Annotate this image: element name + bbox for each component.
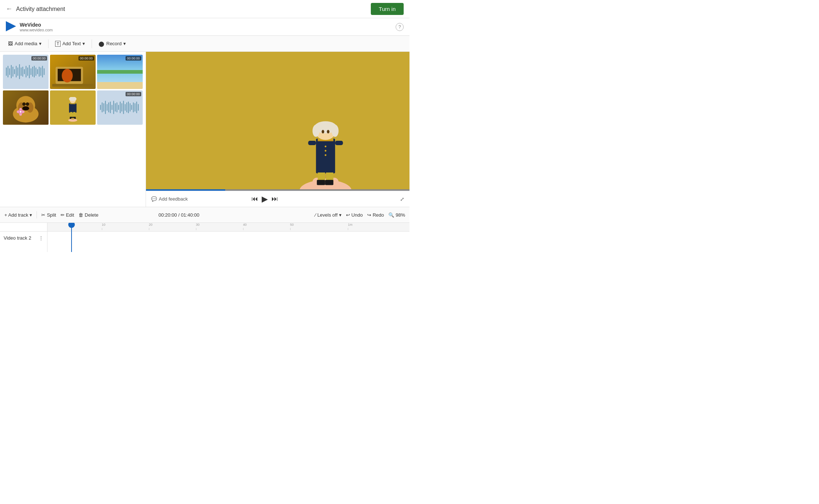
svg-rect-24 [44, 69, 45, 75]
svg-point-33 [22, 102, 26, 106]
add-track-button[interactable]: + Add track ▾ [4, 212, 32, 218]
svg-rect-88 [317, 180, 325, 185]
svg-rect-55 [105, 101, 106, 114]
track-content: 10 20 30 40 50 1m [47, 223, 410, 252]
edit-icon: ✏ [61, 212, 65, 218]
svg-point-37 [19, 108, 22, 111]
back-icon[interactable]: ← [6, 5, 12, 13]
record-label: Record [106, 41, 122, 46]
skip-forward-button[interactable]: ⏭ [272, 195, 278, 203]
add-media-button[interactable]: 🖼 Add media ▾ [4, 39, 45, 48]
svg-rect-6 [14, 69, 15, 74]
audio-wave-icon [5, 63, 46, 80]
svg-point-28 [62, 69, 73, 82]
add-track-label: + Add track [4, 212, 28, 218]
svg-rect-96 [308, 141, 316, 145]
svg-rect-52 [100, 105, 101, 110]
svg-rect-54 [104, 103, 104, 112]
svg-rect-53 [102, 102, 103, 112]
svg-rect-12 [24, 69, 25, 74]
timeline-right-controls: ∕ Levels off ▾ ↩ Undo ↪ Redo 🔍 98% [315, 212, 405, 218]
media-thumb-beach[interactable]: 00:00:00 [97, 55, 143, 89]
zoom-label: 98% [396, 212, 405, 218]
track-2-menu-icon[interactable]: ⋮ [39, 235, 43, 241]
turn-in-button[interactable]: Turn in [371, 3, 404, 15]
feedback-label: Add feedback [159, 196, 188, 202]
svg-rect-68 [127, 102, 127, 112]
svg-rect-65 [122, 103, 122, 112]
delete-button[interactable]: 🗑 Delete [78, 212, 99, 218]
skip-back-button[interactable]: ⏮ [251, 195, 258, 203]
add-media-icon: 🖼 [8, 41, 13, 46]
media-time-laptop: 00:00:00 [78, 56, 94, 61]
svg-point-40 [22, 111, 24, 113]
expand-button[interactable]: ⤢ [400, 196, 404, 202]
svg-rect-72 [133, 102, 134, 112]
wevideo-info: WeVideo www.wevideo.com [20, 22, 53, 32]
media-thumb-figurine[interactable] [50, 90, 96, 125]
editor-toolbar: 🖼 Add media ▾ T Add Text ▾ ⬤ Record ▾ [0, 36, 410, 52]
svg-rect-97 [335, 141, 343, 145]
svg-rect-56 [107, 104, 108, 111]
redo-button[interactable]: ↪ Redo [367, 212, 384, 218]
svg-rect-51 [71, 118, 74, 119]
add-text-icon: T [55, 41, 61, 47]
svg-point-93 [332, 125, 339, 137]
svg-rect-18 [34, 66, 35, 78]
ruler-mark-40: 40 [243, 223, 247, 226]
play-button[interactable]: ▶ [262, 194, 268, 204]
svg-point-94 [322, 130, 324, 133]
svg-rect-64 [120, 102, 121, 113]
record-button[interactable]: ⬤ Record ▾ [95, 39, 130, 49]
preview-progress-bar [146, 189, 410, 191]
svg-rect-2 [8, 66, 8, 78]
zoom-button[interactable]: 🔍 98% [388, 212, 405, 218]
track-labels: Video track 2 ⋮ 🔊 Video track 1 ⋮ 🔊 [0, 223, 47, 252]
undo-button[interactable]: ↩ Undo [346, 212, 363, 218]
ruler-spacer [0, 223, 47, 232]
svg-rect-20 [37, 69, 38, 74]
feedback-icon: 💬 [151, 196, 157, 202]
timeline-time: 00:20:00 / 01:40:00 [158, 212, 199, 218]
zoom-icon: 🔍 [388, 212, 394, 218]
record-icon: ⬤ [99, 41, 104, 47]
ruler-mark-20: 20 [149, 223, 153, 226]
svg-point-41 [20, 111, 22, 113]
svg-rect-60 [114, 101, 114, 114]
svg-rect-1 [6, 68, 7, 76]
record-chevron: ▾ [123, 41, 126, 46]
svg-rect-7 [16, 66, 17, 78]
media-thumb-audio1[interactable]: 00:00:00 [3, 55, 49, 89]
audio-wave-2-icon [99, 99, 141, 116]
svg-rect-16 [31, 69, 31, 75]
split-label: Split [47, 212, 56, 218]
preview-canvas [146, 52, 410, 191]
media-thumb-dog[interactable] [3, 90, 49, 125]
svg-rect-63 [118, 105, 119, 110]
svg-rect-62 [117, 102, 118, 112]
split-button[interactable]: ✂ Split [41, 212, 56, 218]
wevideo-logo [6, 21, 16, 33]
time-total: 01:40:00 [181, 212, 200, 218]
media-thumb-laptop[interactable]: 00:00:00 [50, 55, 96, 89]
media-thumb-audio2[interactable]: 00:00:00 [97, 90, 143, 125]
time-current: 00:20:00 [158, 212, 177, 218]
svg-rect-11 [23, 67, 23, 77]
add-feedback-button[interactable]: 💬 Add feedback [151, 196, 188, 202]
svg-rect-76 [152, 52, 404, 191]
playhead[interactable] [71, 223, 72, 252]
levels-label: Levels off [317, 212, 337, 218]
levels-icon: ∕ [315, 212, 316, 218]
svg-point-39 [19, 113, 22, 116]
svg-marker-0 [6, 21, 16, 31]
svg-rect-45 [70, 103, 75, 104]
add-media-label: Add media [15, 41, 37, 46]
edit-button[interactable]: ✏ Edit [61, 212, 74, 218]
toolbar-divider-1 [48, 39, 49, 48]
add-text-button[interactable]: T Add Text ▾ [51, 39, 89, 49]
wevideo-url: www.wevideo.com [20, 28, 53, 32]
help-icon[interactable]: ? [396, 23, 404, 31]
track-2-name: Video track 2 [4, 235, 31, 241]
levels-off-button[interactable]: ∕ Levels off ▾ [315, 212, 342, 218]
undo-label: Undo [351, 212, 363, 218]
